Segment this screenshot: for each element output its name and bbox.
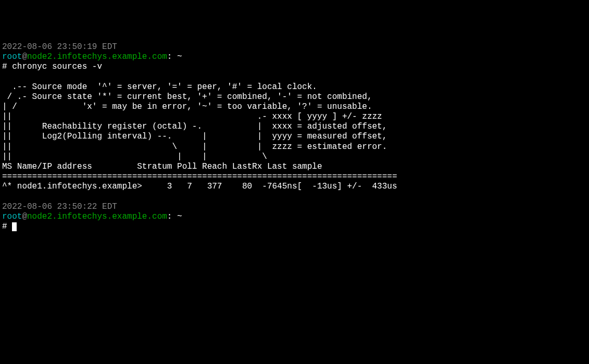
out-legend-4: || .- xxxx [ yyyy ] +/- zzzz xyxy=(2,112,382,121)
user-2: root xyxy=(2,212,22,221)
at-1: @ xyxy=(22,52,27,61)
path-2: : ~ xyxy=(167,212,182,221)
timestamp-1: 2022-08-06 23:50:19 EDT xyxy=(2,42,117,52)
user-1: root xyxy=(2,52,22,61)
out-legend-1: .-- Source mode '^' = server, '=' = peer… xyxy=(2,82,317,92)
prompt-2: # xyxy=(2,222,12,231)
out-legend-7: || \ | | zzzz = estimated error. xyxy=(2,142,387,152)
prompt-1: # xyxy=(2,62,12,71)
command-1: chronyc sources -v xyxy=(12,62,102,71)
hostname-1: node2.infotechys.example.com xyxy=(27,52,167,61)
hostname-2: node2.infotechys.example.com xyxy=(27,212,167,221)
cursor[interactable] xyxy=(12,222,17,231)
out-legend-6: || Log2(Polling interval) --. | | yyyy =… xyxy=(2,132,387,141)
table-header: MS Name/IP address Stratum Poll Reach La… xyxy=(2,162,322,171)
terminal-output[interactable]: 2022-08-06 23:50:19 EDT root@node2.infot… xyxy=(2,42,587,232)
table-row: ^* node1.infotechys.example> 3 7 377 80 … xyxy=(2,182,397,191)
path-1: : ~ xyxy=(167,52,182,61)
out-legend-3: | / 'x' = may be in error, '~' = too var… xyxy=(2,102,372,111)
out-legend-8: || | | \ xyxy=(2,152,267,161)
out-legend-5: || Reachability register (octal) -. | xx… xyxy=(2,122,387,131)
timestamp-2: 2022-08-06 23:50:22 EDT xyxy=(2,202,117,211)
out-legend-2: / .- Source state '*' = current best, '+… xyxy=(2,92,372,102)
table-divider: ========================================… xyxy=(2,172,397,181)
at-2: @ xyxy=(22,212,27,221)
